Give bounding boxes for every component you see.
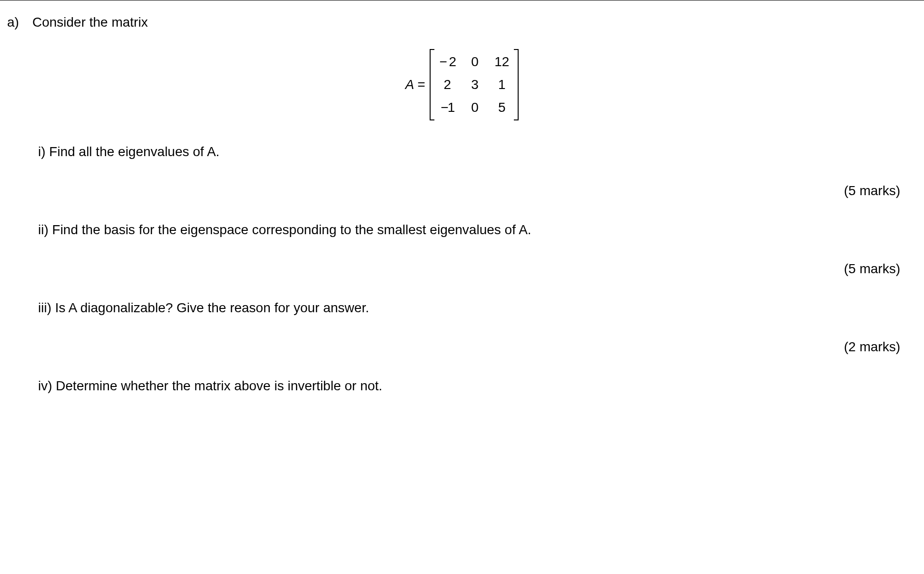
matrix-cell-0-1: 0 [468,54,482,69]
sub-item-iii-text: iii) Is A diagonalizable? Give the reaso… [38,300,905,316]
sub-item-iv: iv) Determine whether the matrix above i… [38,378,905,394]
matrix-cell-2-2: 5 [494,100,509,115]
sub-item-i-marks: (5 marks) [38,183,905,198]
matrix-container: − 2 0 12 2 3 1 −1 0 5 [430,49,519,120]
part-label: a) [7,15,19,30]
matrix-cell-2-0: −1 [439,100,455,115]
sub-item-i: i) Find all the eigenvalues of A. (5 mar… [38,144,905,198]
intro-text: Consider the matrix [32,15,148,30]
matrix-row: A = − 2 0 12 2 3 1 −1 0 5 [0,49,924,120]
matrix-right-bracket [514,49,519,120]
sub-item-ii-marks: (5 marks) [38,261,905,277]
sub-item-ii-text: ii) Find the basis for the eigenspace co… [38,222,905,238]
matrix-cell-0-2: 12 [494,54,509,69]
matrix-label: A = [405,77,425,92]
matrix-cell-0-0: − 2 [439,54,455,69]
question-container: a) Consider the matrix A = − 2 0 12 2 3 … [0,0,924,394]
sub-items: i) Find all the eigenvalues of A. (5 mar… [0,144,924,394]
matrix-left-bracket [430,49,434,120]
matrix-cell-2-1: 0 [468,100,482,115]
matrix-cell-1-2: 1 [494,77,509,92]
sub-item-iv-text: iv) Determine whether the matrix above i… [38,378,905,394]
matrix-cell-1-1: 3 [468,77,482,92]
sub-item-i-text: i) Find all the eigenvalues of A. [38,144,905,159]
sub-item-iii-marks: (2 marks) [38,339,905,355]
matrix-cell-1-0: 2 [439,77,455,92]
matrix-cells: − 2 0 12 2 3 1 −1 0 5 [434,49,514,120]
sub-item-ii: ii) Find the basis for the eigenspace co… [38,222,905,277]
question-header: a) Consider the matrix [0,15,924,30]
sub-item-iii: iii) Is A diagonalizable? Give the reaso… [38,300,905,355]
